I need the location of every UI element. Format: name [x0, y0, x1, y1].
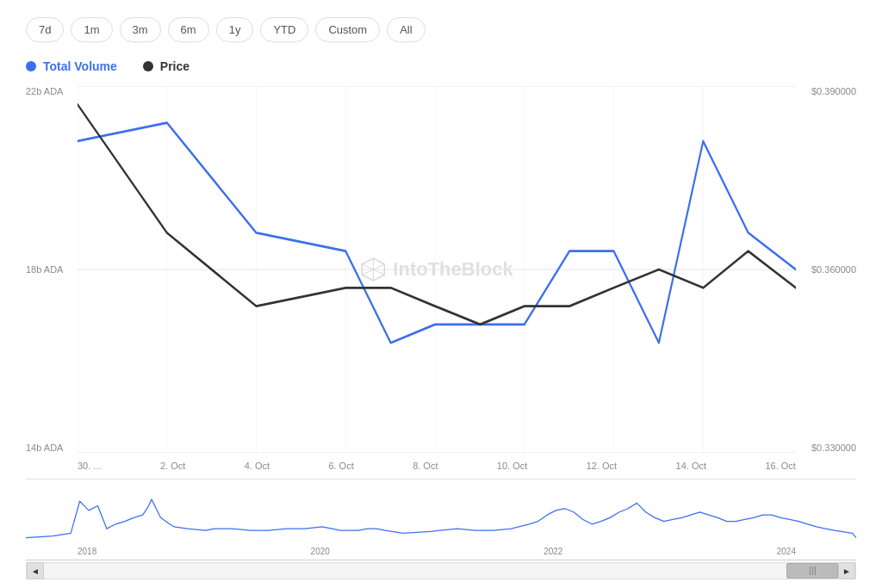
filter-1y[interactable]: 1y	[216, 17, 254, 42]
main-chart: 22b ADA 18b ADA 14b ADA $0.390000 $0.360…	[26, 86, 856, 480]
grip-line-3	[815, 566, 816, 575]
scroll-right-icon: ►	[842, 566, 851, 576]
x-label-4: 8. Oct	[413, 461, 438, 471]
x-label-8: 16. Oct	[765, 461, 795, 471]
mini-label-2020: 2020	[311, 547, 330, 556]
x-label-2: 4. Oct	[245, 461, 270, 471]
scroll-thumb[interactable]	[786, 563, 838, 579]
x-axis: 30. ... 2. Oct 4. Oct 6. Oct 8. Oct 10. …	[78, 453, 796, 479]
legend-price: Price	[143, 59, 189, 73]
mini-chart-svg	[26, 483, 856, 542]
y-right-top: $0.390000	[796, 86, 856, 96]
filter-custom[interactable]: Custom	[315, 17, 380, 42]
mini-label-2018: 2018	[78, 547, 96, 556]
filter-6m[interactable]: 6m	[168, 17, 209, 42]
legend-label-price: Price	[160, 59, 189, 73]
y-left-bot: 14b ADA	[26, 443, 78, 453]
chart-legend: Total Volume Price	[26, 59, 856, 73]
legend-dot-volume	[26, 61, 36, 71]
x-label-1: 2. Oct	[160, 461, 185, 471]
y-axis-left: 22b ADA 18b ADA 14b ADA	[26, 86, 78, 453]
scrollbar[interactable]: ◄ ►	[26, 562, 856, 579]
mini-label-2022: 2022	[543, 547, 562, 556]
y-right-mid: $0.360000	[796, 264, 856, 275]
time-filter-bar: 7d 1m 3m 6m 1y YTD Custom All	[26, 17, 856, 42]
legend-label-volume: Total Volume	[43, 59, 117, 73]
scroll-left-button[interactable]: ◄	[27, 562, 44, 579]
grip-line-2	[812, 566, 813, 575]
y-right-bot: $0.330000	[796, 443, 856, 453]
legend-total-volume: Total Volume	[26, 59, 117, 73]
filter-ytd[interactable]: YTD	[260, 17, 308, 42]
main-container: 7d 1m 3m 6m 1y YTD Custom All Total Volu…	[0, 0, 882, 588]
legend-dot-price	[143, 61, 153, 71]
scroll-track[interactable]	[44, 563, 838, 579]
y-left-top: 22b ADA	[26, 86, 78, 96]
mini-chart-container: 2018 2020 2022 2024	[26, 483, 856, 560]
scroll-grip	[810, 566, 816, 575]
mini-label-2024: 2024	[777, 547, 796, 556]
y-axis-right: $0.390000 $0.360000 $0.330000	[796, 86, 856, 453]
x-label-5: 10. Oct	[497, 461, 527, 471]
filter-all[interactable]: All	[387, 17, 425, 42]
x-label-3: 6. Oct	[328, 461, 353, 471]
x-label-0: 30. ...	[78, 461, 102, 471]
filter-3m[interactable]: 3m	[120, 17, 161, 42]
chart-area: 22b ADA 18b ADA 14b ADA $0.390000 $0.360…	[26, 86, 856, 579]
x-label-6: 12. Oct	[587, 461, 617, 471]
filter-7d[interactable]: 7d	[26, 17, 64, 42]
grip-line-1	[810, 566, 811, 575]
scroll-left-icon: ◄	[31, 566, 40, 576]
y-left-mid: 18b ADA	[26, 264, 78, 275]
scroll-right-button[interactable]: ►	[838, 562, 855, 579]
chart-svg-wrapper: IntoTheBlock	[78, 86, 796, 453]
main-chart-svg	[78, 86, 796, 453]
x-label-7: 14. Oct	[676, 461, 706, 471]
filter-1m[interactable]: 1m	[71, 17, 112, 42]
